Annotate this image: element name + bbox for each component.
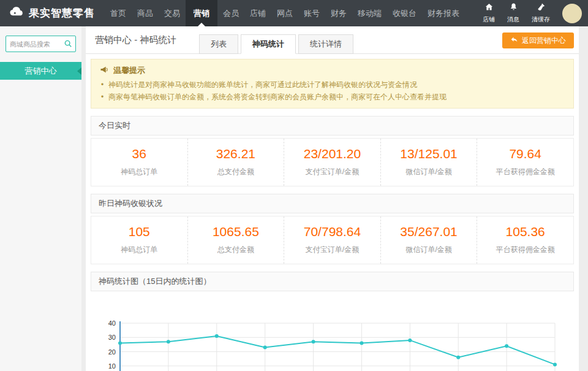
svg-text:40: 40 [108,319,116,327]
notice-bullets: 神码统计是对商家神马收银功能的账单统计，商家可通过此统计了解神码收银的状况与资金… [100,78,565,103]
section-header-today: 今日实时 [91,116,574,136]
notice-bullet-0: 神码统计是对商家神马收银功能的账单统计，商家可通过此统计了解神码收银的状况与资金… [100,78,565,91]
tab-stats-detail[interactable]: 统计详情 [298,34,353,54]
nav-tool-label: 店铺 [483,15,495,24]
back-button-label: 返回营销中心 [522,36,566,46]
page: 果实智慧零售 首页商品交易营销会员店铺网点账号财务移动端收银台财务报表 店铺 消… [0,0,588,371]
nav-item-0[interactable]: 首页 [105,0,132,26]
nav-item-4[interactable]: 会员 [217,0,244,26]
nav-tool-messages[interactable]: 消息 [501,2,526,24]
stat-label: 微信订单/金额 [381,167,477,177]
top-navbar: 果实智慧零售 首页商品交易营销会员店铺网点账号财务移动端收银台财务报表 店铺 消… [0,0,588,26]
stat-label: 支付宝订单/金额 [284,167,380,177]
line-chart: 01020304001月03日01月04日01月05日01月06日01月07日0… [97,316,578,371]
stat-item: 326.21总支付金额 [187,139,284,186]
notice-bullet-1: 商家每笔神码收银订单的金额，系统会将资金转到商家的会员账户余额中，商家可在个人中… [100,91,565,103]
nav-tool-clear-cache[interactable]: 清缓存 [526,2,556,24]
stat-value: 79.64 [477,147,573,161]
stat-label: 神码总订单 [91,167,187,177]
tab-shenma-stats[interactable]: 神码统计 [241,34,296,54]
stat-value: 326.21 [188,147,284,161]
nav-item-10[interactable]: 收银台 [387,0,422,26]
back-arrow-icon [510,36,518,45]
stat-label: 支付宝订单/金额 [284,245,380,255]
brand-name: 果实智慧零售 [29,6,95,20]
notice-title: 温馨提示 [113,65,145,76]
bell-icon [509,2,518,14]
nav-item-2[interactable]: 交易 [159,0,186,26]
stat-value: 105.36 [477,224,573,239]
breadcrumb: 营销中心 - 神码统计 [95,34,176,46]
nav-item-6[interactable]: 网点 [271,0,298,26]
stats-row-today: 36神码总订单326.21总支付金额23/201.20支付宝订单/金额13/12… [91,138,574,186]
stat-item: 1065.65总支付金额 [187,216,284,264]
stat-label: 神码总订单 [91,245,187,255]
section-header-chart: 神码统计图（15日内的统计图） [91,272,574,291]
chart-container: 01020304001月03日01月04日01月05日01月06日01月07日0… [86,291,579,371]
nav-tool-label: 消息 [507,15,519,24]
svg-text:20: 20 [108,348,116,356]
user-avatar[interactable] [562,4,582,23]
nav-item-8[interactable]: 财务 [325,0,352,26]
stat-label: 总支付金额 [188,167,284,177]
nav-item-7[interactable]: 账号 [298,0,325,26]
search-icon[interactable] [64,39,72,48]
nav-tool-label: 清缓存 [532,15,550,24]
stat-value: 13/125.01 [381,147,477,161]
tabs: 列表 神码统计 统计详情 [199,34,356,54]
nav-item-11[interactable]: 财务报表 [422,0,465,26]
cloud-logo-icon [9,4,24,23]
stats-row-yesterday: 105神码总订单1065.65总支付金额70/798.64支付宝订单/金额35/… [91,216,574,264]
svg-text:30: 30 [108,334,116,341]
notice-box: 温馨提示 神码统计是对商家神马收银功能的账单统计，商家可通过此统计了解神码收银的… [91,59,574,109]
stat-item: 35/267.01微信订单/金额 [380,216,477,264]
stat-label: 平台获得佣金金额 [477,245,573,255]
nav-tool-shop[interactable]: 店铺 [477,2,501,24]
stat-item: 23/201.20支付宝订单/金额 [284,139,380,186]
stat-value: 23/201.20 [284,147,380,161]
brand-logo[interactable]: 果实智慧零售 [0,0,105,26]
nav-item-9[interactable]: 移动端 [352,0,387,26]
stat-item: 36神码总订单 [91,139,187,186]
megaphone-icon [100,65,109,76]
stat-label: 总支付金额 [188,245,284,255]
stat-item: 13/125.01微信订单/金额 [380,139,477,186]
nav-items: 首页商品交易营销会员店铺网点账号财务移动端收银台财务报表 [105,0,465,26]
broom-icon [537,2,546,14]
back-to-marketing-button[interactable]: 返回营销中心 [502,33,574,48]
main-content: 营销中心 - 神码统计 列表 神码统计 统计详情 返回营销中心 温馨提示 神码统… [86,26,579,371]
section-header-yesterday: 昨日神码收银状况 [91,194,574,213]
sidebar-item-marketing-center[interactable]: 营销中心 [0,62,81,80]
stat-item: 70/798.64支付宝订单/金额 [284,216,380,264]
stat-value: 35/267.01 [381,224,477,239]
stat-item: 105.36平台获得佣金金额 [477,216,573,264]
stat-value: 1065.65 [188,224,284,239]
nav-item-1[interactable]: 商品 [132,0,159,26]
main-header: 营销中心 - 神码统计 列表 神码统计 统计详情 返回营销中心 [86,26,579,54]
sidebar: 营销中心 [0,26,81,371]
stat-item: 79.64平台获得佣金金额 [477,139,573,186]
notice-title-row: 温馨提示 [100,65,565,76]
stat-label: 微信订单/金额 [381,245,477,255]
stat-item: 105神码总订单 [91,216,187,264]
nav-item-5[interactable]: 店铺 [244,0,271,26]
stat-value: 105 [91,224,187,239]
stat-value: 70/798.64 [284,224,380,239]
stat-value: 36 [91,147,187,161]
sidebar-search [6,36,76,52]
tab-list[interactable]: 列表 [199,34,238,54]
nav-right-tools: 店铺 消息 清缓存 [477,0,588,26]
shop-icon [484,2,494,14]
svg-text:10: 10 [108,362,116,370]
stat-label: 平台获得佣金金额 [477,167,573,177]
nav-item-3[interactable]: 营销 [186,0,217,26]
